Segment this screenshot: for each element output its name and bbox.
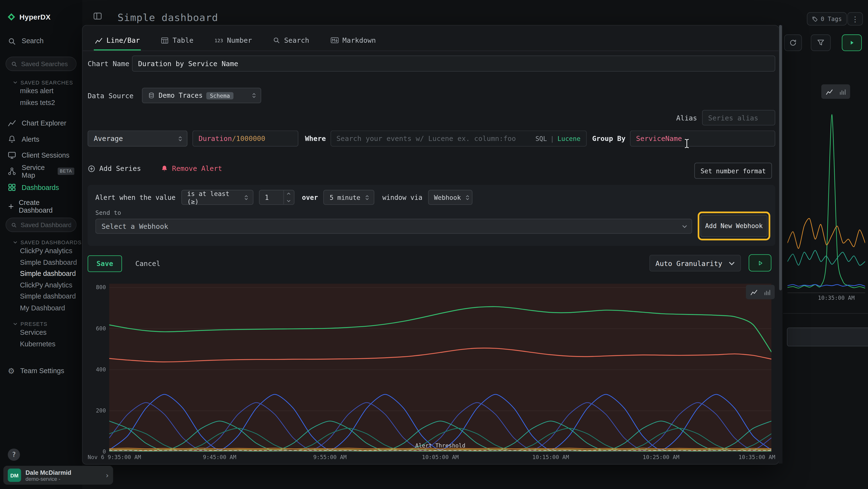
data-source-select[interactable]: Demo Traces Schema [142, 88, 261, 103]
group-by-input[interactable]: ServiceName [630, 131, 775, 147]
granularity-select[interactable]: Auto Granularity [649, 255, 741, 271]
sidebar-item-search[interactable]: Search [0, 34, 82, 48]
chevron-down-icon [13, 81, 17, 84]
more-menu-button[interactable]: ⋮ [847, 12, 863, 26]
alias-input[interactable]: Series alias [702, 110, 775, 125]
field-primary: Duration [198, 135, 232, 143]
saved-searches-search-input[interactable]: Saved Searches [5, 57, 76, 71]
line-chart-toggle[interactable] [823, 85, 836, 98]
edit-chart-modal: Line/Bar Table 123 Number Search Markdow… [82, 25, 779, 465]
alert-condition-select[interactable]: is at least (≥) [181, 190, 253, 205]
preset-item[interactable]: Services [0, 327, 82, 338]
data-source-value: Demo Traces [159, 92, 203, 99]
saved-search-item[interactable]: mikes tets2 [0, 97, 82, 108]
aggregation-select[interactable]: Average [88, 131, 187, 147]
run-chart-button[interactable] [749, 254, 771, 271]
alert-prefix: Alert when the value [95, 194, 176, 201]
tab-number[interactable]: 123 Number [213, 30, 253, 51]
sidebar-item-alerts[interactable]: Alerts [0, 131, 82, 147]
text-cursor [683, 138, 690, 149]
sidebar-collapse-button[interactable] [93, 11, 102, 21]
saved-dashboard-item[interactable]: My Dashboard [0, 302, 82, 314]
tab-line-bar[interactable]: Line/Bar [94, 30, 141, 51]
lang-divider: | [550, 135, 554, 142]
select-chevrons-icon [178, 135, 182, 142]
send-to-label: Send to [95, 209, 121, 217]
play-icon [848, 39, 855, 46]
remove-alert-button[interactable]: Remove Alert [161, 164, 222, 173]
help-button[interactable]: ? [8, 449, 20, 461]
bell-icon [161, 165, 168, 172]
line-chart-toggle[interactable] [747, 286, 760, 298]
sql-toggle[interactable]: SQL [535, 135, 547, 142]
alert-channel-select[interactable]: Webhook [428, 190, 472, 205]
sidebar-item-dashboards[interactable]: Dashboards [0, 179, 82, 196]
tab-table[interactable]: Table [160, 30, 194, 51]
filter-funnel-icon [817, 39, 825, 47]
cancel-button[interactable]: Cancel [135, 259, 160, 268]
gear-icon: ⚙ [8, 366, 15, 375]
saved-dashboard-item[interactable]: Simple Dashboard [0, 257, 82, 268]
lucene-toggle[interactable]: Lucene [557, 135, 581, 142]
filter-button[interactable] [811, 34, 831, 51]
chart-name-row: Chart Name Duration by Service Name [88, 56, 775, 72]
bar-chart-toggle[interactable] [836, 85, 849, 98]
presets-header[interactable]: PRESETS [13, 320, 82, 327]
alert-threshold-value: 1 [259, 191, 283, 204]
chart-name-input[interactable]: Duration by Service Name [132, 56, 775, 72]
background-mini-chart [787, 103, 865, 293]
bar-chart-toggle[interactable] [760, 286, 774, 298]
chevron-down-icon [682, 225, 687, 228]
over-label: over [302, 194, 318, 201]
stepper-down[interactable] [283, 197, 293, 204]
set-number-format-button[interactable]: Set number format [694, 163, 772, 179]
sidebar-item-chart-explorer[interactable]: Chart Explorer [0, 115, 82, 131]
add-series-button[interactable]: Add Series [88, 164, 141, 173]
tag-icon [812, 16, 818, 22]
duration-line-chart [109, 284, 771, 452]
refresh-button[interactable] [784, 34, 802, 51]
sidebar-item-client-sessions[interactable]: Client Sessions [0, 147, 82, 164]
saved-dashboard-item[interactable]: ClickPy Analytics [0, 246, 82, 257]
webhook-select[interactable]: Select a Webhook [95, 219, 692, 234]
database-icon [148, 92, 155, 99]
user-menu[interactable]: DM Dale McDiarmid demo-service - › [3, 466, 113, 485]
saved-search-item[interactable]: mikes alert [0, 85, 82, 97]
tab-markdown[interactable]: Markdown [329, 30, 377, 51]
save-button[interactable]: Save [88, 255, 122, 272]
saved-dashboards-header[interactable]: SAVED DASHBOARDS [13, 239, 82, 246]
saved-dashboards-placeholder: Saved Dashboards [21, 222, 71, 228]
brand-name: HyperDX [20, 12, 51, 21]
saved-dashboard-item-active[interactable]: Simple dashboard [0, 268, 82, 280]
saved-dashboard-item[interactable]: Simple dashboard [0, 291, 82, 302]
run-query-button[interactable] [842, 34, 862, 51]
background-search-bar[interactable] [787, 327, 868, 346]
bar-chart-icon [763, 288, 771, 296]
tab-search[interactable]: Search [272, 30, 310, 51]
modal-scrollbar-thumb[interactable] [779, 25, 782, 290]
add-new-webhook-button[interactable]: Add New Webhook [701, 215, 768, 237]
chevron-down-icon [287, 200, 290, 202]
tags-button[interactable]: 0 Tags [807, 12, 847, 26]
plus-circle-icon [88, 165, 95, 172]
saved-dashboards-search-input[interactable]: Saved Dashboards [5, 218, 76, 232]
alert-threshold-input[interactable]: 1 [259, 190, 294, 205]
team-settings-item[interactable]: ⚙ Team Settings [0, 363, 82, 378]
create-dashboard-button[interactable]: Create Dashboard [0, 200, 82, 213]
field-secondary: /1000000 [232, 135, 266, 143]
refresh-icon [789, 39, 797, 47]
sidebar-item-service-map[interactable]: Service Map BETA [0, 163, 82, 179]
saved-dashboard-item[interactable]: ClickPy Analytics [0, 280, 82, 291]
preset-item[interactable]: Kubernetes [0, 338, 82, 350]
group-by-value: ServiceName [636, 135, 682, 143]
saved-searches-header[interactable]: SAVED SEARCHES [13, 79, 82, 86]
search-icon [11, 61, 17, 67]
data-source-row: Data Source Demo Traces Schema [88, 88, 775, 103]
field-input[interactable]: Duration/1000000 [192, 131, 298, 147]
where-input[interactable]: Search your events w/ Lucene ex. column:… [330, 131, 587, 147]
brand[interactable]: HyperDX [0, 0, 82, 22]
stepper-up[interactable] [283, 191, 293, 197]
group-by-label: Group By [592, 135, 626, 143]
divider [783, 313, 868, 314]
alert-window-select[interactable]: 5 minute [323, 190, 375, 205]
